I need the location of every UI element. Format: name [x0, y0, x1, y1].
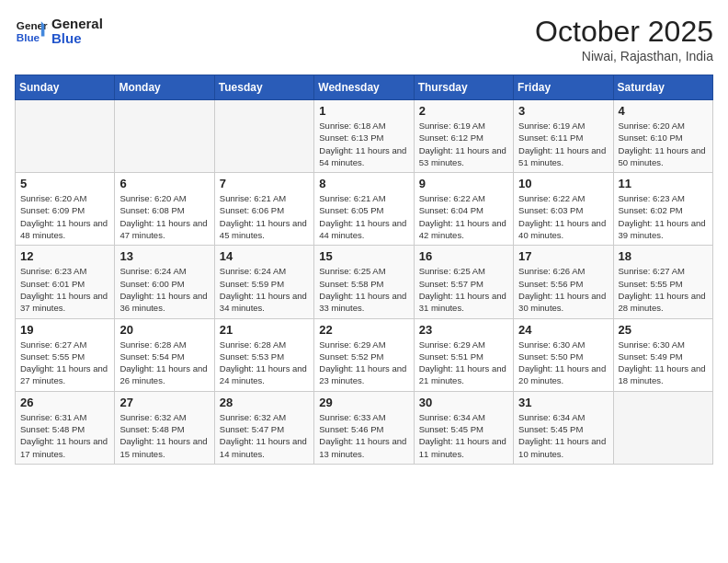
location: Niwai, Rajasthan, India [535, 49, 713, 63]
calendar-cell: 4Sunrise: 6:20 AM Sunset: 6:10 PM Daylig… [613, 100, 712, 173]
header-tuesday: Tuesday [214, 75, 313, 100]
day-number: 28 [220, 396, 309, 409]
calendar-cell: 30Sunrise: 6:34 AM Sunset: 5:45 PM Dayli… [414, 391, 513, 464]
day-number: 11 [619, 177, 708, 190]
calendar-cell: 8Sunrise: 6:21 AM Sunset: 6:05 PM Daylig… [314, 173, 414, 246]
day-number: 20 [119, 323, 209, 337]
day-number: 14 [220, 249, 309, 263]
svg-text:Blue: Blue [17, 31, 40, 43]
day-number: 26 [20, 396, 109, 409]
day-number: 18 [619, 249, 708, 263]
calendar-cell: 15Sunrise: 6:25 AM Sunset: 5:58 PM Dayli… [314, 246, 414, 318]
week-row-4: 19Sunrise: 6:27 AM Sunset: 5:55 PM Dayli… [16, 318, 713, 391]
calendar-cell [115, 100, 214, 173]
day-number: 31 [518, 396, 608, 409]
day-number: 10 [518, 177, 608, 190]
week-row-5: 26Sunrise: 6:31 AM Sunset: 5:48 PM Dayli… [16, 391, 713, 464]
title-block: October 2025 Niwai, Rajasthan, India [535, 15, 713, 63]
calendar-cell: 3Sunrise: 6:19 AM Sunset: 6:11 PM Daylig… [514, 100, 613, 173]
calendar-cell: 22Sunrise: 6:29 AM Sunset: 5:52 PM Dayli… [314, 318, 414, 391]
calendar-cell: 21Sunrise: 6:28 AM Sunset: 5:53 PM Dayli… [214, 318, 313, 391]
day-number: 3 [518, 104, 608, 118]
day-info: Sunrise: 6:21 AM Sunset: 6:06 PM Dayligh… [220, 192, 309, 241]
header-saturday: Saturday [613, 75, 712, 100]
calendar-cell: 31Sunrise: 6:34 AM Sunset: 5:45 PM Dayli… [514, 391, 613, 464]
day-info: Sunrise: 6:23 AM Sunset: 6:02 PM Dayligh… [619, 192, 708, 241]
day-info: Sunrise: 6:29 AM Sunset: 5:51 PM Dayligh… [419, 339, 508, 387]
day-number: 17 [518, 249, 608, 263]
day-number: 1 [319, 104, 408, 118]
calendar-cell: 24Sunrise: 6:30 AM Sunset: 5:50 PM Dayli… [514, 318, 613, 391]
day-info: Sunrise: 6:18 AM Sunset: 6:13 PM Dayligh… [319, 120, 408, 168]
day-info: Sunrise: 6:25 AM Sunset: 5:57 PM Dayligh… [419, 265, 508, 314]
logo-blue: Blue [51, 31, 103, 47]
day-info: Sunrise: 6:25 AM Sunset: 5:58 PM Dayligh… [319, 265, 408, 314]
day-info: Sunrise: 6:21 AM Sunset: 6:05 PM Dayligh… [319, 192, 408, 241]
calendar-cell [16, 100, 115, 173]
logo: General Blue General Blue [15, 15, 103, 48]
header-wednesday: Wednesday [314, 75, 414, 100]
month-title: October 2025 [535, 15, 713, 49]
week-row-3: 12Sunrise: 6:23 AM Sunset: 6:01 PM Dayli… [16, 246, 713, 318]
day-info: Sunrise: 6:24 AM Sunset: 6:00 PM Dayligh… [119, 265, 209, 314]
day-number: 25 [619, 323, 708, 337]
day-number: 5 [20, 177, 109, 190]
calendar-cell: 11Sunrise: 6:23 AM Sunset: 6:02 PM Dayli… [613, 173, 712, 246]
calendar-cell: 9Sunrise: 6:22 AM Sunset: 6:04 PM Daylig… [414, 173, 513, 246]
calendar-cell: 23Sunrise: 6:29 AM Sunset: 5:51 PM Dayli… [414, 318, 513, 391]
header-sunday: Sunday [16, 75, 115, 100]
day-number: 6 [119, 177, 209, 190]
calendar-cell: 5Sunrise: 6:20 AM Sunset: 6:09 PM Daylig… [16, 173, 115, 246]
day-info: Sunrise: 6:22 AM Sunset: 6:04 PM Dayligh… [419, 192, 508, 241]
header-thursday: Thursday [414, 75, 513, 100]
calendar-cell: 1Sunrise: 6:18 AM Sunset: 6:13 PM Daylig… [314, 100, 414, 173]
day-info: Sunrise: 6:19 AM Sunset: 6:11 PM Dayligh… [518, 120, 608, 168]
logo-general: General [51, 17, 103, 32]
day-info: Sunrise: 6:33 AM Sunset: 5:46 PM Dayligh… [319, 411, 408, 460]
day-info: Sunrise: 6:32 AM Sunset: 5:48 PM Dayligh… [119, 411, 209, 460]
day-number: 12 [20, 249, 109, 263]
page-header: General Blue General Blue October 2025 N… [15, 15, 713, 63]
calendar-cell: 16Sunrise: 6:25 AM Sunset: 5:57 PM Dayli… [414, 246, 513, 318]
day-info: Sunrise: 6:31 AM Sunset: 5:48 PM Dayligh… [20, 411, 109, 460]
calendar-cell [214, 100, 313, 173]
day-info: Sunrise: 6:34 AM Sunset: 5:45 PM Dayligh… [419, 411, 508, 460]
day-info: Sunrise: 6:20 AM Sunset: 6:10 PM Dayligh… [619, 120, 708, 168]
calendar-cell: 10Sunrise: 6:22 AM Sunset: 6:03 PM Dayli… [514, 173, 613, 246]
calendar-cell: 27Sunrise: 6:32 AM Sunset: 5:48 PM Dayli… [115, 391, 214, 464]
day-info: Sunrise: 6:27 AM Sunset: 5:55 PM Dayligh… [20, 339, 109, 387]
day-number: 16 [419, 249, 508, 263]
calendar-cell: 18Sunrise: 6:27 AM Sunset: 5:55 PM Dayli… [613, 246, 712, 318]
day-number: 8 [319, 177, 408, 190]
week-row-2: 5Sunrise: 6:20 AM Sunset: 6:09 PM Daylig… [16, 173, 713, 246]
day-info: Sunrise: 6:28 AM Sunset: 5:54 PM Dayligh… [119, 339, 209, 387]
day-info: Sunrise: 6:26 AM Sunset: 5:56 PM Dayligh… [518, 265, 608, 314]
day-info: Sunrise: 6:28 AM Sunset: 5:53 PM Dayligh… [220, 339, 309, 387]
calendar-cell: 13Sunrise: 6:24 AM Sunset: 6:00 PM Dayli… [115, 246, 214, 318]
calendar-cell: 7Sunrise: 6:21 AM Sunset: 6:06 PM Daylig… [214, 173, 313, 246]
day-info: Sunrise: 6:30 AM Sunset: 5:50 PM Dayligh… [518, 339, 608, 387]
calendar-header-row: SundayMondayTuesdayWednesdayThursdayFrid… [16, 75, 713, 100]
day-number: 15 [319, 249, 408, 263]
logo-icon: General Blue [15, 15, 48, 48]
day-info: Sunrise: 6:23 AM Sunset: 6:01 PM Dayligh… [20, 265, 109, 314]
header-friday: Friday [514, 75, 613, 100]
day-info: Sunrise: 6:29 AM Sunset: 5:52 PM Dayligh… [319, 339, 408, 387]
calendar-cell: 2Sunrise: 6:19 AM Sunset: 6:12 PM Daylig… [414, 100, 513, 173]
calendar-cell: 28Sunrise: 6:32 AM Sunset: 5:47 PM Dayli… [214, 391, 313, 464]
calendar-cell: 19Sunrise: 6:27 AM Sunset: 5:55 PM Dayli… [16, 318, 115, 391]
day-number: 23 [419, 323, 508, 337]
calendar-table: SundayMondayTuesdayWednesdayThursdayFrid… [15, 75, 713, 465]
day-number: 19 [20, 323, 109, 337]
calendar-cell: 14Sunrise: 6:24 AM Sunset: 5:59 PM Dayli… [214, 246, 313, 318]
day-info: Sunrise: 6:34 AM Sunset: 5:45 PM Dayligh… [518, 411, 608, 460]
calendar-cell [613, 391, 712, 464]
day-info: Sunrise: 6:30 AM Sunset: 5:49 PM Dayligh… [619, 339, 708, 387]
day-number: 21 [220, 323, 309, 337]
day-number: 13 [119, 249, 209, 263]
day-number: 27 [119, 396, 209, 409]
day-number: 29 [319, 396, 408, 409]
header-monday: Monday [115, 75, 214, 100]
calendar-cell: 6Sunrise: 6:20 AM Sunset: 6:08 PM Daylig… [115, 173, 214, 246]
calendar-cell: 17Sunrise: 6:26 AM Sunset: 5:56 PM Dayli… [514, 246, 613, 318]
